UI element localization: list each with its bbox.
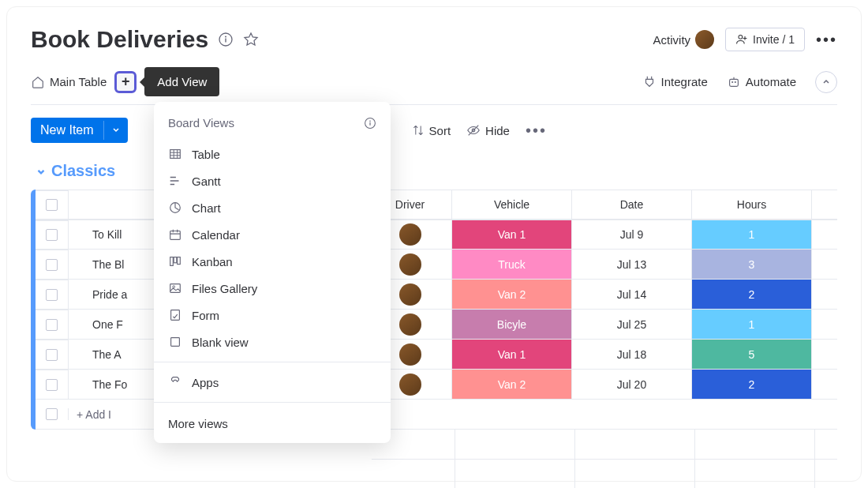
hours-cell[interactable]: 1 <box>692 310 812 339</box>
svg-rect-14 <box>170 257 174 266</box>
activity-button[interactable]: Activity <box>653 30 715 49</box>
driver-avatar[interactable] <box>399 374 421 396</box>
dropdown-more-views[interactable]: More views <box>154 409 391 432</box>
toolbar-more-icon[interactable]: ••• <box>526 122 547 140</box>
svg-rect-5 <box>731 81 733 83</box>
date-column-header[interactable]: Date <box>572 190 692 219</box>
driver-avatar[interactable] <box>399 313 421 336</box>
svg-rect-16 <box>178 257 181 265</box>
svg-rect-11 <box>170 150 181 159</box>
dropdown-item-chart[interactable]: Chart <box>154 194 391 221</box>
date-cell[interactable]: Jul 25 <box>572 310 692 339</box>
date-cell[interactable]: Jul 18 <box>572 340 692 369</box>
kanban-icon <box>168 254 182 268</box>
automate-button[interactable]: Automate <box>727 75 796 89</box>
row-checkbox[interactable] <box>46 259 58 271</box>
main-table-tab[interactable]: Main Table <box>31 75 107 89</box>
dropdown-item-blank-view[interactable]: Blank view <box>154 328 391 355</box>
integrate-button[interactable]: Integrate <box>642 75 708 89</box>
svg-rect-6 <box>735 81 736 83</box>
new-item-button[interactable]: New Item <box>31 118 128 143</box>
avatar <box>695 30 714 49</box>
hours-cell[interactable]: 3 <box>692 250 812 279</box>
row-checkbox[interactable] <box>46 229 58 241</box>
svg-rect-4 <box>729 79 738 86</box>
hide-button[interactable]: Hide <box>466 123 510 137</box>
date-cell[interactable]: Jul 14 <box>572 280 692 309</box>
vehicle-cell[interactable]: Bicyle <box>452 310 572 339</box>
svg-point-9 <box>369 120 371 122</box>
svg-rect-15 <box>174 257 177 263</box>
vehicle-cell[interactable]: Van 2 <box>452 370 572 399</box>
row-checkbox[interactable] <box>46 289 58 301</box>
select-all-checkbox[interactable] <box>46 199 58 211</box>
driver-avatar[interactable] <box>399 343 421 366</box>
svg-point-1 <box>225 36 226 38</box>
table-icon <box>168 147 182 161</box>
hours-column-header[interactable]: Hours <box>692 190 812 219</box>
data-table: Driver Vehicle Date Hours To Kill Van 1 … <box>31 190 837 430</box>
blank-icon <box>168 335 182 349</box>
svg-point-3 <box>739 35 743 39</box>
hours-cell[interactable]: 5 <box>692 340 812 369</box>
row-checkbox[interactable] <box>46 319 58 331</box>
info-icon[interactable] <box>364 117 376 130</box>
svg-rect-10 <box>369 122 370 125</box>
hours-cell[interactable]: 2 <box>692 280 812 309</box>
gantt-icon <box>168 174 182 188</box>
add-view-tooltip: Add View <box>144 67 219 96</box>
row-checkbox[interactable] <box>46 349 58 361</box>
svg-rect-2 <box>225 39 226 43</box>
driver-avatar[interactable] <box>399 223 421 246</box>
hours-cell[interactable]: 2 <box>692 370 812 399</box>
svg-rect-13 <box>170 231 181 240</box>
dropdown-apps[interactable]: Apps <box>154 369 391 396</box>
info-icon[interactable] <box>218 32 234 47</box>
board-title: Book Deliveries <box>31 26 208 53</box>
vehicle-cell[interactable]: Van 1 <box>452 340 572 369</box>
date-cell[interactable]: Jul 9 <box>572 220 692 249</box>
dropdown-title: Board Views <box>168 116 234 130</box>
dropdown-item-table[interactable]: Table <box>154 141 391 167</box>
driver-avatar[interactable] <box>399 253 421 276</box>
form-icon <box>168 308 182 322</box>
vehicle-cell[interactable]: Van 2 <box>452 280 572 309</box>
date-cell[interactable]: Jul 13 <box>572 250 692 279</box>
svg-rect-17 <box>170 284 181 293</box>
vehicle-cell[interactable]: Truck <box>452 250 572 279</box>
driver-avatar[interactable] <box>399 283 421 306</box>
date-cell[interactable]: Jul 20 <box>572 370 692 399</box>
vehicle-column-header[interactable]: Vehicle <box>452 190 572 219</box>
dropdown-item-files-gallery[interactable]: Files Gallery <box>154 275 391 302</box>
svg-rect-20 <box>171 338 180 347</box>
row-checkbox[interactable] <box>46 379 58 391</box>
dropdown-item-kanban[interactable]: Kanban <box>154 248 391 275</box>
collapse-button[interactable] <box>815 71 837 93</box>
star-icon[interactable] <box>243 32 259 47</box>
dropdown-item-gantt[interactable]: Gantt <box>154 167 391 194</box>
gallery-icon <box>168 281 182 295</box>
hours-cell[interactable]: 1 <box>692 220 812 249</box>
chevron-down-icon[interactable] <box>103 121 128 140</box>
board-views-dropdown: Board Views TableGanttChartCalendarKanba… <box>154 102 391 443</box>
invite-button[interactable]: Invite / 1 <box>725 28 805 51</box>
svg-rect-19 <box>171 310 180 321</box>
svg-point-18 <box>173 286 175 288</box>
dropdown-item-calendar[interactable]: Calendar <box>154 221 391 248</box>
calendar-icon <box>168 227 182 242</box>
vehicle-cell[interactable]: Van 1 <box>452 220 572 249</box>
sort-button[interactable]: Sort <box>412 124 451 137</box>
more-options-icon[interactable]: ••• <box>816 31 837 49</box>
add-view-button[interactable]: + <box>114 71 137 93</box>
dropdown-item-form[interactable]: Form <box>154 302 391 328</box>
chart-icon <box>168 201 182 215</box>
